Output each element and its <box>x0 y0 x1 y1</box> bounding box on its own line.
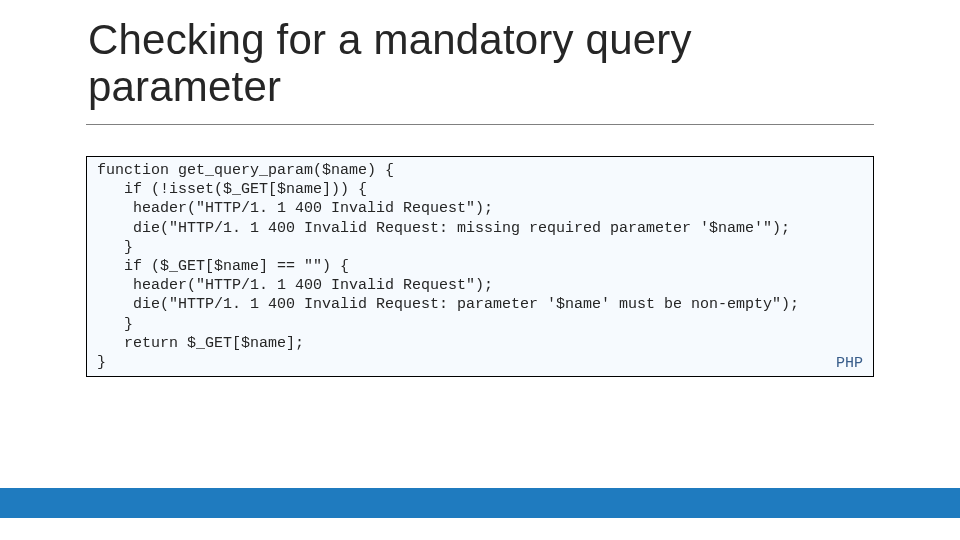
code-content: function get_query_param($name) { if (!i… <box>97 162 799 371</box>
slide: Checking for a mandatory query parameter… <box>0 0 960 540</box>
code-block: function get_query_param($name) { if (!i… <box>86 156 874 377</box>
slide-title: Checking for a mandatory query parameter <box>88 16 868 110</box>
title-underline <box>86 124 874 125</box>
code-language-label: PHP <box>836 354 863 373</box>
footer-accent-bar <box>0 488 960 518</box>
